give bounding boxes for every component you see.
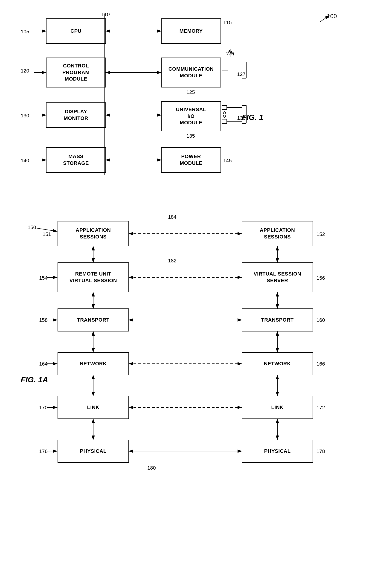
ref-182: 182	[168, 258, 177, 264]
control-label: CONTROL PROGRAM MODULE	[62, 63, 90, 82]
ref-145: 145	[223, 158, 232, 164]
transport-left-label: TRANSPORT	[77, 317, 109, 323]
ref-140: 140	[21, 158, 29, 164]
ref-138: 138	[237, 115, 245, 121]
transport-right-box: TRANSPORT	[242, 308, 313, 332]
app-sessions-left-label: APPLICATION SESSIONS	[76, 227, 111, 240]
comm-label: COMMUNICATION MODULE	[168, 66, 214, 79]
ref-115: 115	[223, 20, 232, 26]
power-label: POWER MODULE	[180, 153, 202, 166]
uio-box: UNIVERSAL I/O MODULE	[161, 101, 221, 131]
ref-170: 170	[39, 405, 48, 411]
svg-rect-21	[222, 62, 228, 68]
power-box: POWER MODULE	[161, 147, 221, 173]
svg-point-35	[223, 115, 226, 117]
link-left-label: LINK	[87, 404, 99, 411]
network-left-box: NETWORK	[57, 352, 129, 375]
ref-166: 166	[316, 361, 325, 367]
cpu-box: CPU	[46, 18, 106, 44]
fig1a-title: FIG. 1A	[21, 375, 48, 384]
display-label: DISPLAY MONITOR	[64, 108, 88, 122]
app-sessions-right-box: APPLICATION SESSIONS	[242, 221, 313, 246]
network-left-label: NETWORK	[80, 360, 106, 367]
physical-left-box: PHYSICAL	[57, 440, 129, 463]
ref-180: 180	[147, 465, 156, 471]
svg-rect-33	[222, 105, 227, 110]
transport-left-box: TRANSPORT	[57, 308, 129, 332]
svg-rect-36	[222, 119, 227, 123]
memory-label: MEMORY	[179, 28, 202, 35]
mass-box: MASS STORAGE	[46, 147, 106, 173]
ref-120: 120	[21, 68, 29, 74]
control-box: CONTROL PROGRAM MODULE	[46, 57, 106, 88]
link-left-box: LINK	[57, 396, 129, 419]
ref-178: 178	[316, 448, 325, 454]
ref-154: 154	[39, 275, 48, 281]
ref-105: 105	[21, 29, 29, 35]
svg-rect-22	[222, 70, 228, 76]
app-sessions-left-box: APPLICATION SESSIONS	[57, 221, 129, 246]
ref-100: 100	[327, 13, 337, 20]
ref-126: 126	[226, 51, 234, 57]
link-right-box: LINK	[242, 396, 313, 419]
network-right-box: NETWORK	[242, 352, 313, 375]
ref-172: 172	[316, 405, 325, 411]
ref-184: 184	[168, 214, 177, 220]
ref-150: 150	[28, 224, 36, 230]
remote-unit-box: REMOTE UNIT VIRTUAL SESSION	[57, 262, 129, 292]
ref-152: 152	[316, 231, 325, 237]
transport-right-label: TRANSPORT	[261, 317, 294, 323]
comm-box: COMMUNICATION MODULE	[161, 57, 221, 88]
display-box: DISPLAY MONITOR	[46, 102, 106, 128]
ref-135: 135	[187, 133, 195, 139]
ref-176: 176	[39, 448, 48, 454]
ref-130: 130	[21, 113, 29, 119]
ref-110: 110	[101, 11, 110, 17]
physical-left-label: PHYSICAL	[80, 448, 106, 455]
svg-line-58	[35, 228, 57, 231]
ref-125: 125	[187, 89, 195, 95]
ref-160: 160	[316, 317, 325, 323]
cpu-label: CPU	[70, 28, 82, 35]
network-right-label: NETWORK	[264, 360, 291, 367]
ref-127: 127	[237, 71, 245, 77]
memory-box: MEMORY	[161, 18, 221, 44]
ref-164: 164	[39, 361, 48, 367]
link-right-label: LINK	[271, 404, 283, 411]
ref-158: 158	[39, 317, 48, 323]
virtual-session-server-box: VIRTUAL SESSION SERVER	[242, 262, 313, 292]
physical-right-label: PHYSICAL	[264, 448, 291, 455]
ref-156: 156	[316, 275, 325, 281]
svg-point-34	[223, 112, 226, 114]
mass-label: MASS STORAGE	[63, 153, 89, 166]
ref-151: 151	[43, 231, 51, 237]
uio-label: UNIVERSAL I/O MODULE	[176, 106, 206, 126]
diagram-container: 100 FIG. 1 CPU MEMORY CONTROL PROGRAM MO…	[0, 0, 392, 578]
app-sessions-right-label: APPLICATION SESSIONS	[260, 227, 295, 240]
physical-right-box: PHYSICAL	[242, 440, 313, 463]
remote-unit-label: REMOTE UNIT VIRTUAL SESSION	[69, 271, 117, 284]
virtual-session-server-label: VIRTUAL SESSION SERVER	[254, 271, 301, 284]
